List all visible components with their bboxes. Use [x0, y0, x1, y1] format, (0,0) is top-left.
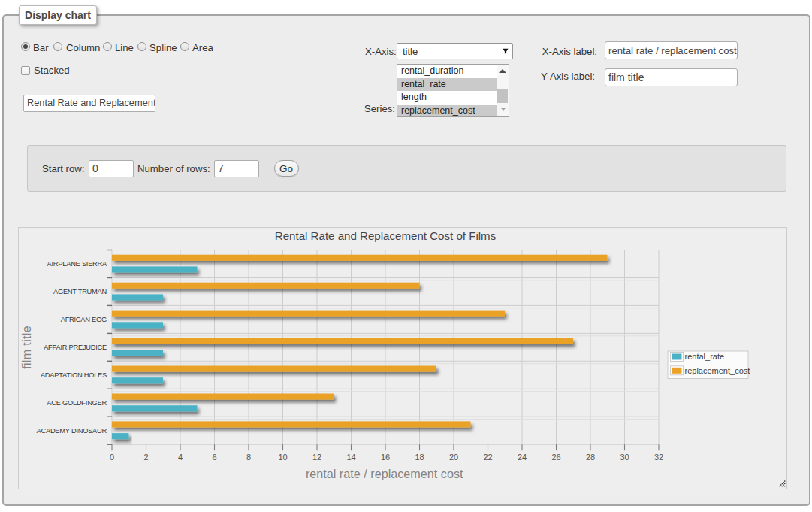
svg-text:16: 16 — [381, 453, 390, 462]
svg-text:AGENT TRUMAN: AGENT TRUMAN — [53, 288, 107, 295]
svg-text:film title: film title — [20, 326, 33, 369]
svg-text:8: 8 — [246, 453, 251, 462]
svg-text:ACADEMY DINOSAUR: ACADEMY DINOSAUR — [37, 427, 107, 435]
svg-text:18: 18 — [415, 453, 424, 462]
svg-text:AIRPLANE SIERRA: AIRPLANE SIERRA — [47, 260, 107, 268]
svg-text:26: 26 — [551, 453, 560, 462]
svg-text:22: 22 — [483, 453, 492, 462]
svg-text:ACE GOLDFINGER: ACE GOLDFINGER — [47, 399, 107, 407]
svg-text:rental rate / replacement cost: rental rate / replacement cost — [306, 467, 463, 480]
svg-text:10: 10 — [278, 453, 287, 462]
svg-text:32: 32 — [654, 453, 663, 462]
svg-text:28: 28 — [586, 453, 595, 462]
svg-text:ADAPTATION HOLES: ADAPTATION HOLES — [41, 371, 107, 379]
svg-text:6: 6 — [212, 453, 216, 462]
svg-text:24: 24 — [518, 453, 527, 462]
svg-text:12: 12 — [312, 453, 321, 462]
svg-text:replacement_cost: replacement_cost — [685, 366, 750, 375]
svg-text:rental_rate: rental_rate — [685, 352, 725, 361]
svg-text:AFRICAN EGG: AFRICAN EGG — [61, 316, 107, 323]
svg-text:AFFAIR PREJUDICE: AFFAIR PREJUDICE — [44, 344, 107, 351]
svg-text:20: 20 — [449, 453, 458, 462]
svg-text:4: 4 — [178, 453, 183, 462]
svg-text:14: 14 — [346, 453, 355, 462]
svg-text:Rental Rate and Replacement Co: Rental Rate and Replacement Cost of Film… — [275, 229, 496, 242]
svg-text:30: 30 — [620, 453, 629, 462]
svg-text:2: 2 — [143, 453, 148, 462]
svg-text:0: 0 — [110, 453, 114, 462]
